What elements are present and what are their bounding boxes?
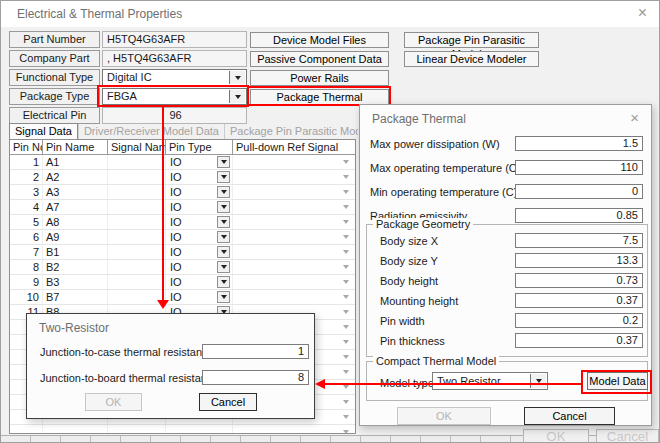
- field-input[interactable]: 13.3: [515, 253, 643, 268]
- table-row[interactable]: 2 A2 IO: [10, 170, 355, 185]
- cell-pulldown-ref[interactable]: [233, 170, 355, 184]
- pin-type-dropdown-button[interactable]: [217, 216, 230, 228]
- cell-signal-name: [108, 200, 166, 214]
- field-value[interactable]: 96: [102, 107, 247, 124]
- field-input[interactable]: 0.37: [515, 293, 643, 308]
- cell-pulldown-ref[interactable]: [233, 290, 355, 304]
- labeled-field-row: Junction-to-case thermal resistance (K/W…: [27, 344, 307, 359]
- table-row[interactable]: 10 B7 IO: [10, 290, 355, 305]
- field-value[interactable]: Digital IC: [102, 69, 247, 86]
- cancel-button[interactable]: Cancel: [524, 407, 615, 425]
- dropdown-button[interactable]: [229, 71, 245, 84]
- cell-pin-no: 10: [10, 290, 43, 304]
- pin-type-dropdown-button[interactable]: [217, 291, 230, 303]
- close-icon[interactable]: ×: [630, 109, 639, 126]
- labeled-field-row: Max operating temperature (C) 110: [360, 160, 645, 175]
- cell-pin-name: A9: [43, 230, 108, 244]
- cell-pin-type: [166, 425, 233, 434]
- ref-dropdown-arrow-icon: [343, 160, 349, 164]
- cell-pin-type[interactable]: IO: [166, 155, 233, 169]
- cell-pulldown-ref[interactable]: [233, 260, 355, 274]
- table-row[interactable]: 4 A7 IO: [10, 200, 355, 215]
- pin-type-value: IO: [170, 291, 182, 303]
- cell-pin-type[interactable]: IO: [166, 200, 233, 214]
- chevron-down-icon: [221, 235, 227, 239]
- cell-signal-name: [108, 155, 166, 169]
- field-input[interactable]: 110: [515, 160, 643, 175]
- cell-pulldown-ref[interactable]: [233, 155, 355, 169]
- action-button[interactable]: Linear Device Modeler: [404, 51, 539, 67]
- pin-type-dropdown-button[interactable]: [217, 246, 230, 258]
- field-value[interactable]: H5TQ4G63AFR: [102, 31, 247, 48]
- cell-pulldown-ref[interactable]: [233, 200, 355, 214]
- field-input[interactable]: 0.37: [515, 333, 643, 348]
- pin-type-dropdown-button[interactable]: [217, 201, 230, 213]
- cancel-button[interactable]: Cancel: [199, 393, 257, 411]
- field-input[interactable]: 1.5: [515, 136, 643, 151]
- field-input[interactable]: 0: [515, 184, 643, 199]
- table-row[interactable]: 8 B2 IO: [10, 260, 355, 275]
- pin-type-dropdown-button[interactable]: [217, 156, 230, 168]
- pin-type-dropdown-button[interactable]: [217, 276, 230, 288]
- main-cancel-button[interactable]: Cancel: [596, 429, 659, 443]
- cell-pin-type[interactable]: IO: [166, 290, 233, 304]
- pin-type-dropdown-button[interactable]: [217, 186, 230, 198]
- action-button[interactable]: Passive Component Data: [250, 51, 389, 67]
- field-label: Body size Y: [380, 255, 438, 267]
- pin-type-dropdown-button[interactable]: [217, 231, 230, 243]
- table-row[interactable]: 9 B3 IO: [10, 275, 355, 290]
- cell-signal-name: [108, 260, 166, 274]
- model-type-dropdown[interactable]: Two Resistor: [432, 372, 548, 390]
- cell-pin-type[interactable]: IO: [166, 245, 233, 259]
- field-input[interactable]: 8: [202, 370, 309, 385]
- pin-type-value: IO: [170, 276, 182, 288]
- ref-dropdown-arrow-icon: [343, 325, 349, 329]
- cell-pulldown-ref[interactable]: [233, 230, 355, 244]
- labeled-field-row: Min operating temperature (C) 0: [360, 184, 645, 199]
- cell-pin-no: 5: [10, 215, 43, 229]
- field-input[interactable]: 0.2: [515, 313, 643, 328]
- cell-pin-type[interactable]: IO: [166, 230, 233, 244]
- group-title: Package Geometry: [373, 218, 473, 230]
- field-input[interactable]: 0.85: [515, 208, 643, 223]
- annotation-rect-package-thermal-button: [247, 86, 391, 106]
- table-row[interactable]: 3 A3 IO: [10, 185, 355, 200]
- cell-pulldown-ref[interactable]: [233, 245, 355, 259]
- main-ok-button[interactable]: OK: [523, 429, 589, 443]
- cell-pin-no: 3: [10, 185, 43, 199]
- cell-pin-type[interactable]: IO: [166, 215, 233, 229]
- dropdown-button[interactable]: [530, 374, 546, 388]
- field-input[interactable]: 0.73: [515, 273, 643, 288]
- ok-button[interactable]: OK: [397, 407, 491, 425]
- table-row[interactable]: 1 A1 IO: [10, 155, 355, 170]
- tab[interactable]: Signal Data: [9, 123, 78, 139]
- cell-pin-type[interactable]: IO: [166, 275, 233, 289]
- action-button[interactable]: Power Rails: [250, 70, 389, 86]
- cell-pin-type[interactable]: IO: [166, 170, 233, 184]
- annotation-arrow-down-head-icon: [157, 300, 169, 309]
- labeled-field-row: Body size X 7.5: [360, 233, 645, 248]
- field-value[interactable]: , H5TQ4G63AFR: [102, 50, 247, 67]
- ref-dropdown-arrow-icon: [343, 190, 349, 194]
- table-row[interactable]: 7 B1 IO: [10, 245, 355, 260]
- pin-type-dropdown-button[interactable]: [217, 171, 230, 183]
- table-row[interactable]: 6 A9 IO: [10, 230, 355, 245]
- action-button[interactable]: Package Pin Parasitic Modeler: [404, 32, 539, 48]
- table-row[interactable]: 5 A8 IO: [10, 215, 355, 230]
- cell-pin-name: B7: [43, 290, 108, 304]
- cell-pin-type[interactable]: IO: [166, 185, 233, 199]
- table-header: Pin No Pin Name Signal Name Pin Type Pul…: [10, 140, 355, 155]
- cell-pulldown-ref[interactable]: [233, 275, 355, 289]
- cell-pulldown-ref[interactable]: [233, 215, 355, 229]
- cell-pulldown-ref[interactable]: [233, 425, 355, 434]
- field-input[interactable]: 1: [202, 344, 309, 359]
- field-input[interactable]: 7.5: [515, 233, 643, 248]
- cell-pin-type[interactable]: IO: [166, 260, 233, 274]
- pin-type-dropdown-button[interactable]: [217, 261, 230, 273]
- ok-button[interactable]: OK: [85, 393, 142, 411]
- cell-pulldown-ref[interactable]: [233, 185, 355, 199]
- tab[interactable]: Driver/Receiver Model Data: [78, 124, 224, 139]
- field-label: Mounting height: [380, 295, 458, 307]
- tab[interactable]: Package Pin Parasitic Model Data: [224, 124, 358, 139]
- action-button[interactable]: Device Model Files: [250, 32, 389, 48]
